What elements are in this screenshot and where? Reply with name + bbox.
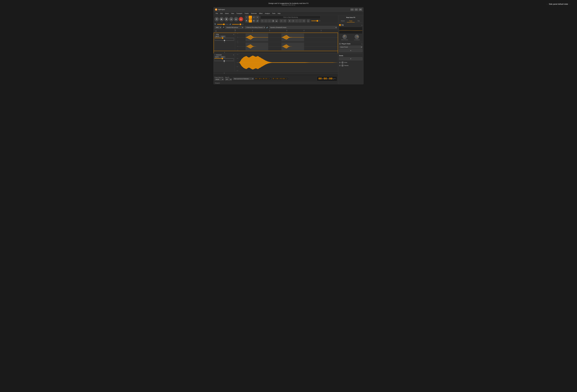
- track-pan-1[interactable]: [215, 40, 234, 41]
- menu-item-view[interactable]: View: [230, 12, 235, 15]
- menu-item-tools[interactable]: Tools: [271, 12, 277, 15]
- input-volume-slider[interactable]: [217, 24, 229, 25]
- track-solo-btn-2[interactable]: SOLO: [220, 56, 225, 58]
- minimize-button[interactable]: —: [351, 8, 354, 11]
- tool-zoom-in[interactable]: ⊕: [288, 19, 291, 23]
- ruler-mark-4: 4: [304, 29, 304, 33]
- eq-brightness-knob[interactable]: [343, 35, 347, 39]
- skip-fwd-button[interactable]: ⏭: [234, 17, 238, 21]
- menu-item-edit[interactable]: Edit: [219, 12, 224, 15]
- track-expand-btn-2[interactable]: ▲: [214, 72, 235, 73]
- tab-track[interactable]: Track: [347, 20, 355, 22]
- channels-select[interactable]: 2 (Stereo) Recording Channel: [245, 26, 265, 29]
- menu-item-analyze[interactable]: Analyze: [264, 12, 271, 15]
- tool-copy[interactable]: ⬚: [264, 19, 267, 23]
- tool-zoom-out[interactable]: ⊖: [291, 19, 295, 23]
- time-seconds: 00: [329, 77, 332, 80]
- tool-cut[interactable]: ✂: [261, 19, 264, 23]
- plugin-chain-toggle[interactable]: ○: [339, 43, 341, 45]
- snap-to-area: Snap-To Off: [225, 77, 232, 81]
- side-panel: Real time FX Master Track Clip ●: [338, 15, 363, 84]
- stop-button[interactable]: ■: [224, 17, 229, 21]
- track-r-label-1: R: [234, 39, 234, 40]
- play-button[interactable]: ▶: [219, 17, 224, 21]
- tool-silence[interactable]: ▬: [275, 19, 278, 23]
- monitor-bar[interactable]: Click to Start Monitoring: [261, 16, 321, 19]
- menubar: FileEditSelectViewTransportTracksGenerat…: [214, 12, 363, 15]
- tool-trim[interactable]: ▐: [271, 19, 275, 23]
- track-mute-btn-1[interactable]: MUTE: [215, 36, 220, 37]
- track-expand-1[interactable]: ▲: [215, 41, 234, 42]
- app-icon: [215, 8, 217, 11]
- output-select[interactable]: Speakers (Realtek(R) Audio): [269, 26, 337, 29]
- plugin-add-button[interactable]: +: [339, 49, 362, 52]
- project-rate-select[interactable]: 44100: [215, 78, 224, 81]
- menu-item-effect[interactable]: Effect: [258, 12, 264, 15]
- tool-speaker[interactable]: 🔊: [256, 19, 259, 23]
- track-menu-arrow-1[interactable]: ▼: [233, 34, 234, 35]
- tab-clip[interactable]: Clip: [355, 20, 362, 22]
- microphone-select[interactable]: Headset Microphone: [225, 26, 244, 29]
- track-solo-btn-1[interactable]: SOLO: [220, 36, 226, 37]
- toolbar-play-button[interactable]: ▷: [307, 19, 310, 23]
- maximize-button[interactable]: □: [355, 8, 358, 11]
- pause-button[interactable]: ⏸: [215, 17, 219, 21]
- selection-mode-select[interactable]: Start and End of Selection: [233, 78, 254, 80]
- menu-item-file[interactable]: File: [215, 12, 219, 15]
- eq-collapse-btn[interactable]: ▲: [361, 25, 362, 26]
- horizontal-scrollbar[interactable]: [214, 74, 338, 75]
- tool-draw[interactable]: ✏: [252, 16, 255, 19]
- snap-to-select[interactable]: Off: [225, 78, 232, 81]
- main-time-display: 00 h 00 m 00 s ▼: [317, 76, 337, 81]
- track-volume-1[interactable]: [215, 38, 234, 38]
- tool-selection[interactable]: ↔: [249, 19, 252, 23]
- send-toggle-echo[interactable]: [339, 62, 341, 63]
- menu-item-select[interactable]: Select: [224, 12, 230, 15]
- tool-multi2[interactable]: ✱: [252, 19, 255, 23]
- record-button[interactable]: ●: [239, 17, 243, 21]
- menu-item-help[interactable]: Help: [277, 12, 282, 15]
- track-expand-btn-1[interactable]: ▲: [214, 52, 235, 53]
- tool-zoom-fit[interactable]: ↕: [299, 19, 302, 23]
- tool-select[interactable]: I: [245, 16, 248, 19]
- track-expand-2[interactable]: ▲: [214, 62, 234, 63]
- tool-envelope[interactable]: ↔: [249, 16, 252, 19]
- sel-end-arrow[interactable]: ▼: [287, 78, 288, 79]
- menu-item-tracks[interactable]: Tracks: [243, 12, 250, 15]
- menu-item-generate[interactable]: Generate: [250, 12, 258, 15]
- plugin-chain-collapse[interactable]: ▲: [361, 43, 362, 44]
- tool-zoom-sel[interactable]: ↔: [295, 19, 298, 23]
- tab-master[interactable]: Master: [339, 20, 347, 22]
- tool-multi[interactable]: ✦: [256, 16, 259, 19]
- preset-select[interactable]: Select Preset: [339, 46, 362, 48]
- close-button[interactable]: ✕: [359, 8, 362, 11]
- tool-undo[interactable]: ↩: [280, 19, 283, 23]
- ruler-mark-2: 2: [269, 29, 270, 33]
- track-pan-2[interactable]: [214, 61, 234, 61]
- host-select[interactable]: MME: [215, 26, 221, 29]
- track-menu-arrow-2[interactable]: ▼: [233, 54, 234, 56]
- tool-zoom[interactable]: 🔍: [245, 19, 248, 23]
- window-titlebar: MyProject — □ ✕: [214, 7, 363, 12]
- menu-item-transport[interactable]: Transport: [235, 12, 243, 15]
- track-expand-row-1: ▲: [214, 51, 338, 53]
- tool-paste[interactable]: ⬚: [268, 19, 271, 23]
- eq-loudness-knob[interactable]: [355, 35, 359, 39]
- eq-toggle[interactable]: ●: [339, 24, 341, 26]
- time-dropdown-arrow[interactable]: ▼: [334, 78, 336, 80]
- track-close-2[interactable]: ✕: [214, 54, 216, 56]
- status-text: Stopped.: [215, 82, 220, 84]
- sends-add-button[interactable]: +: [339, 57, 362, 60]
- sel-start-arrow[interactable]: ▼: [269, 78, 270, 79]
- send-toggle-reverb[interactable]: [339, 65, 341, 66]
- track-mute-btn-2[interactable]: MUTE: [214, 56, 220, 58]
- track-volume-2[interactable]: [214, 58, 234, 59]
- send-item-reverb: ◎ Reverb: [339, 64, 362, 67]
- skip-back-button[interactable]: ⏮: [229, 17, 233, 21]
- tool-redo[interactable]: ↪: [283, 19, 287, 23]
- time-minutes: 00: [324, 77, 327, 80]
- playback-speed-slider[interactable]: [311, 21, 321, 21]
- tool-zoom-reset[interactable]: ⊡: [302, 19, 305, 23]
- output-volume-slider[interactable]: [232, 24, 244, 25]
- track-close-1[interactable]: ✕: [215, 33, 216, 35]
